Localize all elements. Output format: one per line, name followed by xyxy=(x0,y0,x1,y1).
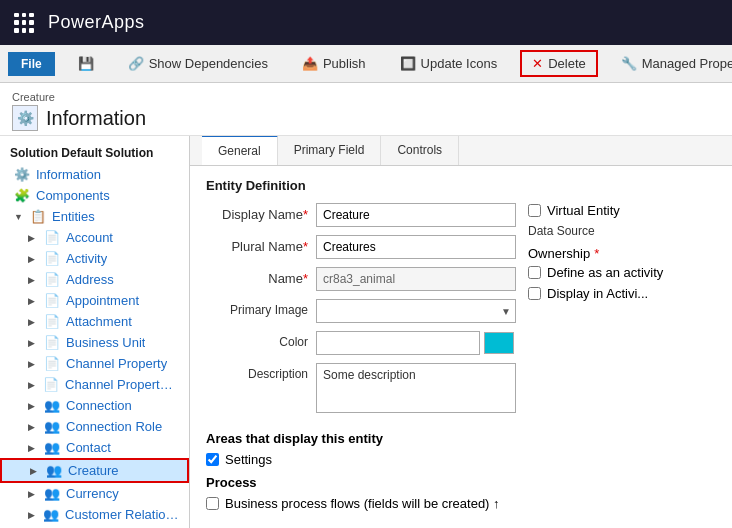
sidebar-item-entities-label: Entities xyxy=(52,209,95,224)
creature-expand-arrow[interactable]: ▶ xyxy=(30,466,40,476)
attachment-expand-arrow[interactable]: ▶ xyxy=(28,317,38,327)
contact-expand-arrow[interactable]: ▶ xyxy=(28,443,38,453)
color-input-row xyxy=(316,331,514,355)
business-process-checkbox[interactable] xyxy=(206,497,219,510)
save-icon: 💾 xyxy=(78,56,94,71)
appointment-icon: 📄 xyxy=(44,293,60,308)
sidebar-item-address[interactable]: ▶ 📄 Address xyxy=(0,269,189,290)
form-content: Entity Definition Display Name* Plural xyxy=(190,166,732,528)
sidebar-item-channel-property[interactable]: ▶ 📄 Channel Property xyxy=(0,353,189,374)
sidebar-item-information[interactable]: ⚙️ Information xyxy=(0,164,189,185)
customer-relations-icon: 👥 xyxy=(43,507,59,522)
display-name-input[interactable] xyxy=(316,203,516,227)
waffle-icon[interactable] xyxy=(10,9,38,37)
sidebar-item-appointment[interactable]: ▶ 📄 Appointment xyxy=(0,290,189,311)
appointment-expand-arrow[interactable]: ▶ xyxy=(28,296,38,306)
form-columns: Display Name* Plural Name* N xyxy=(206,203,716,421)
channel-property-expand-arrow[interactable]: ▶ xyxy=(28,359,38,369)
color-row: Color xyxy=(206,331,516,355)
entity-icon: ⚙️ xyxy=(12,105,38,131)
delete-button[interactable]: ✕ Delete xyxy=(520,50,598,77)
entities-expand-arrow[interactable]: ▼ xyxy=(14,212,24,222)
define-as-activity-checkbox[interactable] xyxy=(528,266,541,279)
process-title: Process xyxy=(206,475,716,490)
activity-expand-arrow[interactable]: ▶ xyxy=(28,254,38,264)
display-in-activity-row: Display in Activi... xyxy=(528,286,716,301)
save-button[interactable]: 💾 xyxy=(67,51,105,76)
primary-image-label: Primary Image xyxy=(206,299,316,317)
sidebar-item-connection[interactable]: ▶ 👥 Connection xyxy=(0,395,189,416)
entity-title: Information xyxy=(46,107,146,130)
entity-title-row: ⚙️ Information xyxy=(12,105,720,131)
tab-general[interactable]: General xyxy=(202,136,278,165)
update-icons-button[interactable]: 🔲 Update Icons xyxy=(389,51,509,76)
sidebar-item-components[interactable]: 🧩 Components xyxy=(0,185,189,206)
entity-definition-title: Entity Definition xyxy=(206,178,716,193)
description-label: Description xyxy=(206,363,316,381)
primary-image-dropdown-arrow: ▼ xyxy=(501,306,511,317)
business-unit-icon: 📄 xyxy=(44,335,60,350)
sidebar-item-business-unit[interactable]: ▶ 📄 Business Unit xyxy=(0,332,189,353)
primary-image-select[interactable]: ▼ xyxy=(316,299,516,323)
color-swatch[interactable] xyxy=(484,332,514,354)
entity-header: Creature ⚙️ Information xyxy=(0,83,732,136)
channel-property-g-expand-arrow[interactable]: ▶ xyxy=(28,380,37,390)
account-expand-arrow[interactable]: ▶ xyxy=(28,233,38,243)
managed-properties-icon: 🔧 xyxy=(621,56,637,71)
sidebar-item-customer-relations[interactable]: ▶ 👥 Customer Relations... xyxy=(0,504,189,525)
define-as-activity-row: Define as an activity xyxy=(528,265,716,280)
sidebar-item-connection-role[interactable]: ▶ 👥 Connection Role xyxy=(0,416,189,437)
primary-image-row: Primary Image ▼ xyxy=(206,299,516,323)
name-input xyxy=(316,267,516,291)
file-button[interactable]: File xyxy=(8,52,55,76)
tab-primary-field[interactable]: Primary Field xyxy=(278,136,382,165)
sidebar-section-title: Solution Default Solution xyxy=(0,142,189,164)
publish-button[interactable]: 📤 Publish xyxy=(291,51,377,76)
plural-name-input[interactable] xyxy=(316,235,516,259)
form-left-column: Display Name* Plural Name* N xyxy=(206,203,516,421)
currency-icon: 👥 xyxy=(44,486,60,501)
show-dependencies-button[interactable]: 🔗 Show Dependencies xyxy=(117,51,279,76)
sidebar-item-currency[interactable]: ▶ 👥 Currency xyxy=(0,483,189,504)
update-icons-icon: 🔲 xyxy=(400,56,416,71)
sidebar-item-contact[interactable]: ▶ 👥 Contact xyxy=(0,437,189,458)
customer-relations-expand-arrow[interactable]: ▶ xyxy=(28,510,37,520)
attachment-icon: 📄 xyxy=(44,314,60,329)
virtual-entity-checkbox[interactable] xyxy=(528,204,541,217)
display-in-activity-checkbox[interactable] xyxy=(528,287,541,300)
entities-icon: 📋 xyxy=(30,209,46,224)
sidebar-item-account[interactable]: ▶ 📄 Account xyxy=(0,227,189,248)
sidebar-item-attachment[interactable]: ▶ 📄 Attachment xyxy=(0,311,189,332)
settings-row: Settings xyxy=(206,452,716,467)
address-icon: 📄 xyxy=(44,272,60,287)
settings-label: Settings xyxy=(225,452,272,467)
data-source-label: Data Source xyxy=(528,224,716,238)
business-unit-expand-arrow[interactable]: ▶ xyxy=(28,338,38,348)
sidebar-item-creature[interactable]: ▶ 👥 Creature xyxy=(0,458,189,483)
color-label: Color xyxy=(206,331,316,349)
connection-role-expand-arrow[interactable]: ▶ xyxy=(28,422,38,432)
sidebar-item-entities[interactable]: ▼ 📋 Entities xyxy=(0,206,189,227)
description-textarea[interactable]: Some description xyxy=(316,363,516,413)
ownership-row: Ownership* xyxy=(528,246,716,261)
settings-checkbox[interactable] xyxy=(206,453,219,466)
address-expand-arrow[interactable]: ▶ xyxy=(28,275,38,285)
description-row: Description Some description xyxy=(206,363,516,413)
plural-name-row: Plural Name* xyxy=(206,235,516,259)
currency-expand-arrow[interactable]: ▶ xyxy=(28,489,38,499)
define-as-activity-label: Define as an activity xyxy=(547,265,663,280)
sidebar-item-channel-property-g[interactable]: ▶ 📄 Channel Property G... xyxy=(0,374,189,395)
connection-expand-arrow[interactable]: ▶ xyxy=(28,401,38,411)
connection-icon: 👥 xyxy=(44,398,60,413)
sidebar-item-activity[interactable]: ▶ 📄 Activity xyxy=(0,248,189,269)
plural-name-label: Plural Name* xyxy=(206,235,316,254)
breadcrumb: Creature xyxy=(12,91,720,103)
name-label: Name* xyxy=(206,267,316,286)
toolbar: File 💾 🔗 Show Dependencies 📤 Publish 🔲 U… xyxy=(0,45,732,83)
components-icon: 🧩 xyxy=(14,188,30,203)
managed-properties-button[interactable]: 🔧 Managed Properties xyxy=(610,51,732,76)
tab-controls[interactable]: Controls xyxy=(381,136,459,165)
main-layout: Solution Default Solution ⚙️ Information… xyxy=(0,136,732,528)
areas-title: Areas that display this entity xyxy=(206,431,716,446)
color-input[interactable] xyxy=(316,331,480,355)
